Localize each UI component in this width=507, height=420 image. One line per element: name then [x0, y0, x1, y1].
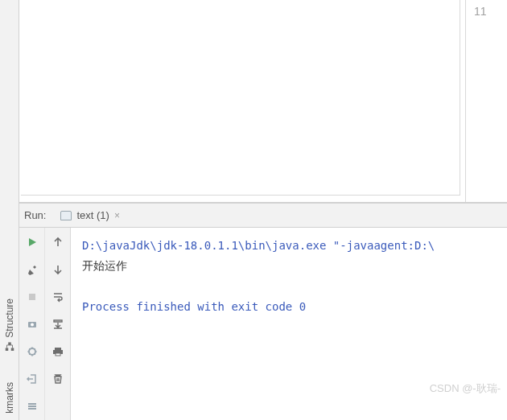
bookmarks-tool-window-button[interactable]: kmarks: [4, 382, 15, 414]
run-title: Run:: [24, 209, 46, 221]
console-line: 开始运作: [82, 259, 127, 272]
svg-point-5: [31, 323, 34, 327]
clear-all-button[interactable]: [48, 369, 68, 389]
scroll-to-end-button[interactable]: [48, 315, 68, 334]
run-tab-label: text (1): [76, 209, 109, 221]
svg-rect-2: [8, 342, 11, 345]
print-button[interactable]: [48, 342, 68, 361]
console-command: D:\javaJdk\jdk-18.0.1.1\bin\java.exe "-j…: [82, 239, 435, 252]
run-toolbar-right: [45, 228, 71, 420]
run-toolbar-left: [19, 228, 45, 420]
application-icon: [60, 211, 72, 220]
down-arrow-button[interactable]: [48, 260, 68, 279]
more-icon[interactable]: [23, 397, 42, 416]
edit-config-button[interactable]: [23, 260, 42, 279]
svg-rect-7: [28, 403, 36, 405]
console-output[interactable]: D:\javaJdk\jdk-18.0.1.1\bin\java.exe "-j…: [71, 228, 507, 420]
soft-wrap-button[interactable]: [48, 287, 68, 307]
left-tool-rail: Structure kmarks: [0, 0, 19, 420]
editor-right-gutter: 11: [465, 0, 507, 202]
svg-rect-0: [5, 348, 8, 351]
run-tab[interactable]: text (1) ×: [56, 208, 124, 223]
svg-rect-10: [55, 348, 61, 350]
editor-canvas[interactable]: [21, 0, 460, 196]
rerun-button[interactable]: [23, 233, 42, 252]
svg-rect-12: [56, 353, 60, 356]
svg-rect-3: [29, 294, 35, 300]
structure-tool-window-button[interactable]: Structure: [4, 299, 15, 352]
dump-threads-button[interactable]: [23, 315, 42, 334]
bookmarks-label: kmarks: [4, 382, 15, 414]
run-header: Run: text (1) ×: [19, 204, 507, 228]
exit-button[interactable]: [23, 369, 42, 389]
svg-rect-1: [10, 348, 14, 351]
svg-rect-8: [28, 406, 36, 407]
run-tool-window: Run: text (1) ×: [19, 203, 507, 420]
svg-rect-9: [28, 408, 36, 410]
up-arrow-button[interactable]: [48, 233, 68, 252]
close-icon[interactable]: ×: [114, 210, 120, 221]
line-number: 11: [474, 5, 487, 18]
stop-button[interactable]: [23, 287, 42, 307]
structure-icon: [4, 340, 15, 352]
structure-label: Structure: [4, 299, 15, 338]
editor-area[interactable]: 11: [19, 0, 507, 203]
console-exit: Process finished with exit code 0: [82, 300, 306, 313]
layout-settings-button[interactable]: [23, 342, 42, 361]
